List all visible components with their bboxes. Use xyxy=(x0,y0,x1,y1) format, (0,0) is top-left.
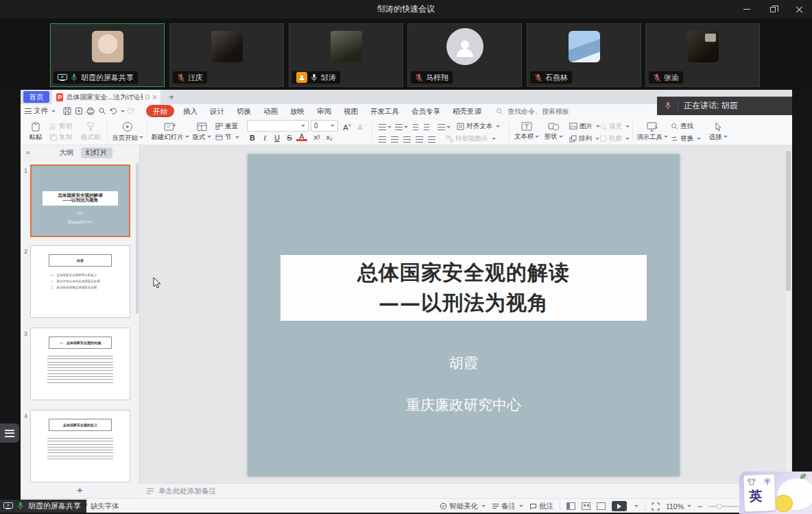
arrange-button[interactable]: 排列 xyxy=(569,133,599,144)
menu-tab-member[interactable]: 会员专享 xyxy=(405,106,446,117)
menu-tab-transition[interactable]: 切换 xyxy=(230,106,257,117)
save-button[interactable] xyxy=(61,106,73,117)
align-left-icon[interactable] xyxy=(379,133,386,145)
line-spacing-icon[interactable] xyxy=(438,121,451,133)
editing-canvas[interactable]: 总体国家安全观的解读 ——以刑法为视角 胡霞 重庆廉政研究中心 xyxy=(139,145,792,483)
menu-tab-design[interactable]: 设计 xyxy=(204,106,230,117)
picture-button[interactable]: 图片 xyxy=(569,121,600,132)
copy-button[interactable]: 复制 xyxy=(49,132,72,143)
redo-button[interactable] xyxy=(125,106,136,117)
bold-button[interactable]: B xyxy=(247,132,258,143)
zoom-out-icon[interactable]: − xyxy=(697,502,702,511)
collapse-panel-button[interactable]: « xyxy=(26,148,30,156)
select-button[interactable]: 选择 xyxy=(706,119,730,144)
menu-tab-view[interactable]: 视图 xyxy=(337,106,364,117)
decrease-indent-icon[interactable] xyxy=(413,121,418,133)
align-text-button[interactable]: 对齐文本 xyxy=(457,121,500,132)
underline-button[interactable]: U xyxy=(272,132,283,143)
slide-sorter-view-icon[interactable] xyxy=(582,502,590,510)
superscript-button[interactable]: X² xyxy=(311,132,322,143)
zoom-level[interactable]: 110% xyxy=(666,502,691,511)
section-button[interactable]: 节 xyxy=(215,132,239,143)
slide-thumbnail-2[interactable]: 目录 一、总体国家安全观的提出及意义 二、刑法中何以体现总体国家安全观 三、刑法… xyxy=(30,245,130,318)
format-painter-button[interactable]: 格式刷 xyxy=(78,119,103,144)
slide-thumbnail-3[interactable]: 一、总体国家安全观的内涵 xyxy=(30,328,130,400)
slides-tab[interactable]: 幻灯片 xyxy=(81,147,112,158)
participant-tile[interactable]: 汪庆 xyxy=(169,23,284,87)
slide-thumbnail-1[interactable]: 总体国家安全观的解读 ——以刑法为视角 胡霞 重庆廉政研究中心 xyxy=(30,164,130,237)
restore-button[interactable] xyxy=(760,0,786,19)
menu-tab-docer[interactable]: 稻壳资源 xyxy=(446,106,488,117)
slide-thumbnail-4[interactable]: 总体国家安全观的意义 xyxy=(30,410,130,482)
presentation-tools-button[interactable]: 演示工具 xyxy=(636,119,668,144)
fill-button[interactable]: 填充 xyxy=(599,121,630,132)
outline-button[interactable]: 轮廓 xyxy=(599,133,630,144)
cut-button[interactable]: 剪切 xyxy=(49,121,72,132)
font-name-combo[interactable] xyxy=(247,120,309,132)
menu-tab-animation[interactable]: 动画 xyxy=(257,106,284,117)
close-button[interactable] xyxy=(786,0,812,19)
command-search[interactable] xyxy=(496,107,582,116)
slide-organization[interactable]: 重庆廉政研究中心 xyxy=(248,395,680,415)
new-slide-button[interactable]: 新建幻灯片 xyxy=(151,119,189,144)
replace-button[interactable]: 替换 xyxy=(671,133,701,144)
increase-indent-icon[interactable] xyxy=(424,121,429,133)
participant-tile[interactable]: 石燕林 xyxy=(527,23,641,87)
meeting-sidebar-toggle[interactable] xyxy=(0,424,19,443)
panel-scrollbar[interactable] xyxy=(136,163,139,314)
menu-tab-slideshow[interactable]: 放映 xyxy=(284,106,311,117)
shape-button[interactable]: 形状 xyxy=(542,119,565,144)
find-button[interactable]: 查找 xyxy=(671,121,693,132)
smart-diagram-button[interactable]: 转智能图示 xyxy=(446,133,496,144)
ime-mascot-widget[interactable]: 半 英 xyxy=(739,472,812,514)
add-slide-button[interactable]: + xyxy=(21,484,139,495)
numbered-list-icon[interactable] xyxy=(395,121,408,133)
textbox-button[interactable]: 文本框 xyxy=(513,119,540,144)
reading-view-icon[interactable] xyxy=(597,502,606,510)
participant-tile-host[interactable]: 邹涛 xyxy=(289,23,403,87)
file-menu[interactable]: 文件 xyxy=(25,106,56,116)
search-input[interactable] xyxy=(506,107,582,116)
undo-button[interactable] xyxy=(108,106,119,117)
fit-slide-icon[interactable] xyxy=(652,502,660,511)
notes-bar[interactable]: 单击此处添加备注 xyxy=(139,483,792,498)
close-tab-icon[interactable] xyxy=(152,95,156,99)
justify-icon[interactable] xyxy=(416,133,423,145)
menu-tab-devtools[interactable]: 开发工具 xyxy=(364,106,405,117)
slide-title-box[interactable]: 总体国家安全观的解读 ——以刑法为视角 xyxy=(280,255,647,321)
slide-author[interactable]: 胡霞 xyxy=(248,354,680,373)
smart-beautify-button[interactable]: 智能美化 xyxy=(440,502,486,511)
comments-button[interactable]: 批注 xyxy=(529,502,553,511)
slideshow-play-button[interactable] xyxy=(612,501,627,511)
menu-tab-insert[interactable]: 插入 xyxy=(177,106,204,117)
pin-tab-icon[interactable] xyxy=(145,95,150,99)
output-button[interactable] xyxy=(73,106,84,117)
menu-tab-review[interactable]: 审阅 xyxy=(311,106,337,117)
preview-button[interactable] xyxy=(96,106,108,117)
wps-home-button[interactable]: 首页 xyxy=(23,91,49,103)
participant-tile[interactable]: 张渝 xyxy=(645,23,760,87)
canvas-scrollbar[interactable] xyxy=(786,149,791,478)
zoom-slider-thumb[interactable] xyxy=(717,504,722,509)
menu-tab-home[interactable]: 开始 xyxy=(146,105,174,117)
increase-font-icon[interactable]: A+ xyxy=(342,120,353,131)
document-tab[interactable]: P 总体国家安全...法为讨论视角 xyxy=(52,90,160,104)
font-color-button[interactable]: A xyxy=(296,132,307,141)
italic-button[interactable]: I xyxy=(259,132,270,143)
participant-tile[interactable]: 马梓翔 xyxy=(407,23,522,87)
minimize-button[interactable] xyxy=(734,0,760,19)
screen-share-badge[interactable]: 胡霞的屏幕共享 xyxy=(0,500,86,513)
align-right-icon[interactable] xyxy=(403,133,411,145)
distribute-icon[interactable] xyxy=(428,133,435,145)
notes-toggle-button[interactable]: 备注 xyxy=(492,502,523,511)
normal-view-icon[interactable] xyxy=(566,502,575,510)
font-size-combo[interactable]: 0 xyxy=(311,120,338,132)
align-center-icon[interactable] xyxy=(391,133,398,145)
outline-tab[interactable]: 大纲 xyxy=(59,148,73,158)
ime-status-card[interactable]: 半 英 xyxy=(743,474,776,512)
new-tab-button[interactable]: + xyxy=(166,92,177,103)
layout-button[interactable]: 版式 xyxy=(191,119,213,144)
play-from-current-button[interactable]: 当页开始 xyxy=(111,119,144,144)
slide-canvas[interactable]: 总体国家安全观的解读 ——以刑法为视角 胡霞 重庆廉政研究中心 xyxy=(248,154,680,476)
strikethrough-button[interactable]: S xyxy=(284,132,295,143)
